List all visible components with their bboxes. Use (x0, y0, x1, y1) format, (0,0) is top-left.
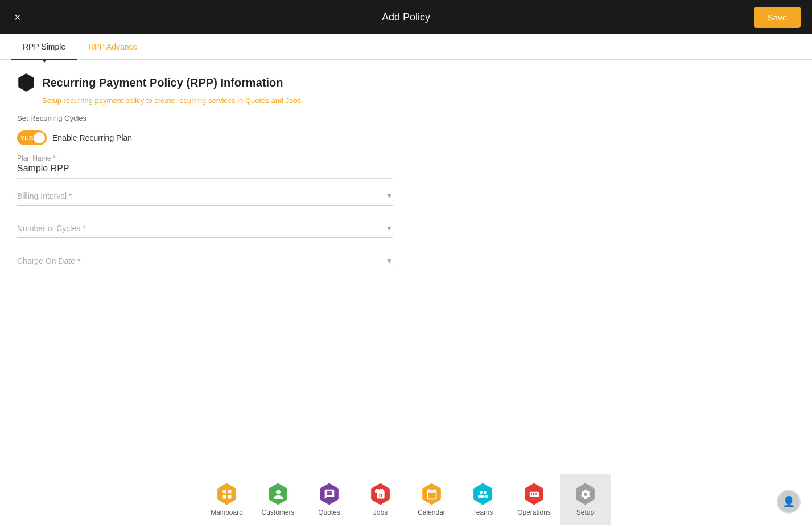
toggle-yes-label: YES (20, 134, 33, 141)
quotes-icon (319, 483, 340, 505)
nav-label-jobs: Jobs (373, 508, 388, 516)
number-of-cycles-label: Number of Cycles * (17, 224, 86, 233)
toggle-description: Enable Recurring Plan (52, 133, 132, 142)
plan-name-value[interactable]: Sample RPP (17, 163, 393, 179)
nav-item-mainboard[interactable]: Mainboard (201, 474, 253, 526)
section-icon (17, 73, 35, 92)
nav-label-customers: Customers (261, 508, 294, 516)
main-content: Recurring Payment Policy (RPP) Informati… (0, 60, 812, 472)
nav-item-jobs[interactable]: Jobs (355, 474, 406, 526)
nav-label-quotes: Quotes (318, 508, 340, 516)
number-of-cycles-dropdown[interactable]: Number of Cycles * ▼ (17, 217, 393, 238)
section-header: Recurring Payment Policy (RPP) Informati… (17, 73, 795, 92)
set-recurring-label: Set Recurring Cycles (17, 114, 795, 122)
close-button[interactable]: × (11, 8, 24, 27)
billing-interval-arrow-icon: ▼ (386, 192, 393, 200)
billing-interval-dropdown[interactable]: Billing Interval * ▼ (17, 184, 393, 206)
tabs-bar: RPP Simple RPP Advance (0, 34, 812, 60)
nav-label-calendar: Calendar (418, 508, 446, 516)
operations-icon (524, 483, 545, 505)
billing-interval-label: Billing Interval * (17, 191, 72, 200)
header: × Add Policy Save (0, 0, 812, 34)
number-of-cycles-arrow-icon: ▼ (386, 224, 393, 232)
nav-item-teams[interactable]: Teams (457, 474, 509, 526)
nav-label-operations: Operations (517, 508, 551, 516)
section-subtitle: Setup recurring payment policy to create… (42, 96, 795, 105)
charge-on-date-label: Charge On Date * (17, 256, 80, 265)
nav-item-quotes[interactable]: Quotes (304, 474, 355, 526)
nav-label-mainboard: Mainboard (211, 508, 243, 516)
nav-item-calendar[interactable]: Calendar (406, 474, 457, 526)
toggle-knob (34, 132, 45, 143)
tab-rpp-advance[interactable]: RPP Advance (77, 34, 149, 59)
charge-on-date-arrow-icon: ▼ (386, 257, 393, 265)
page-title: Add Policy (382, 11, 430, 23)
plan-name-label: Plan Name * (17, 154, 795, 162)
save-button[interactable]: Save (754, 7, 801, 28)
nav-label-teams: Teams (473, 508, 493, 516)
jobs-icon (370, 483, 391, 505)
plan-name-group: Plan Name * Sample RPP (17, 154, 795, 179)
nav-item-customers[interactable]: Customers (253, 474, 304, 526)
nav-label-setup: Setup (576, 508, 594, 516)
tab-active-indicator (42, 59, 47, 63)
nav-item-operations[interactable]: Operations (509, 474, 560, 526)
section-title: Recurring Payment Policy (RPP) Informati… (42, 76, 283, 89)
nav-item-setup[interactable]: Setup (560, 474, 611, 526)
user-avatar[interactable]: 👤 (777, 490, 801, 514)
enable-recurring-toggle[interactable]: YES (17, 130, 47, 145)
enable-recurring-row: YES Enable Recurring Plan (17, 130, 795, 145)
setup-icon (575, 483, 596, 505)
customers-icon (267, 483, 289, 505)
calendar-icon (421, 483, 443, 505)
mainboard-icon (216, 483, 238, 505)
tab-rpp-simple[interactable]: RPP Simple (11, 34, 77, 59)
charge-on-date-dropdown[interactable]: Charge On Date * ▼ (17, 249, 393, 270)
teams-icon (472, 483, 494, 505)
bottom-nav: Mainboard Customers Quotes Jobs Calendar… (0, 474, 812, 525)
